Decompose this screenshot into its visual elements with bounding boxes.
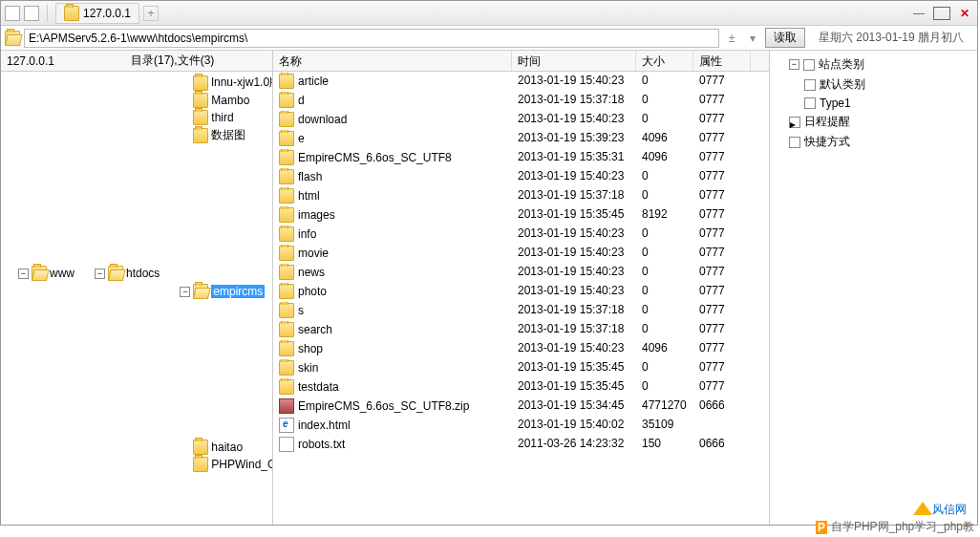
- file-attr: 0777: [693, 149, 751, 166]
- tree-body[interactable]: −www−htdocslnnu-xjw1.0版本Mambothird数据图−em…: [1, 72, 272, 525]
- file-attr: 0777: [693, 111, 751, 128]
- tree-item[interactable]: −empircms: [180, 284, 265, 299]
- list-row[interactable]: html2013-01-19 15:37:1800777: [273, 186, 769, 205]
- list-row[interactable]: d2013-01-19 15:37:1800777: [273, 91, 769, 110]
- list-row[interactable]: photo2013-01-19 15:40:2300777: [273, 282, 769, 301]
- read-button[interactable]: 读取: [765, 28, 805, 48]
- file-name: download: [298, 113, 347, 126]
- tree-label: empircms: [211, 285, 265, 298]
- app-icon: [5, 6, 20, 21]
- sidebar-default-cat[interactable]: 默认类别: [804, 76, 865, 93]
- file-size: 0: [636, 73, 693, 90]
- folder-icon: [193, 128, 208, 143]
- tree-item[interactable]: third: [180, 110, 233, 125]
- list-row[interactable]: flash2013-01-19 15:40:2300777: [273, 167, 769, 186]
- toolbar-icon-2[interactable]: [24, 6, 39, 21]
- col-size[interactable]: 大小: [636, 51, 693, 71]
- col-attr[interactable]: 属性: [693, 51, 751, 71]
- file-size: 0: [636, 92, 693, 109]
- minimize-button[interactable]: [910, 7, 927, 20]
- expand-icon[interactable]: −: [95, 268, 105, 279]
- list-row[interactable]: e2013-01-19 15:39:2340960777: [273, 129, 769, 148]
- file-time: 2013-01-19 15:40:02: [512, 417, 636, 434]
- file-attr: 0777: [693, 359, 751, 376]
- list-row[interactable]: EmpireCMS_6.6os_SC_UTF8.zip2013-01-19 15…: [273, 397, 769, 416]
- file-time: 2013-01-19 15:37:18: [512, 187, 636, 204]
- list-row[interactable]: s2013-01-19 15:37:1800777: [273, 301, 769, 320]
- folder-icon: [279, 322, 294, 337]
- list-row[interactable]: info2013-01-19 15:40:2300777: [273, 225, 769, 244]
- file-attr: 0666: [693, 436, 751, 453]
- file-icon: [279, 398, 294, 414]
- folder-icon: [279, 341, 294, 356]
- list-row[interactable]: testdata2013-01-19 15:35:4500777: [273, 377, 769, 397]
- list-row[interactable]: news2013-01-19 15:40:2300777: [273, 263, 769, 282]
- footer-text: 自学PHP网_php学习_php教: [831, 519, 974, 535]
- tree-item[interactable]: lnnu-xjw1.0版本: [180, 75, 272, 91]
- list-row[interactable]: download2013-01-19 15:40:2300777: [273, 110, 769, 129]
- list-row[interactable]: search2013-01-19 15:37:1800777: [273, 320, 769, 339]
- file-name: robots.txt: [298, 438, 345, 451]
- folder-icon: [32, 266, 47, 281]
- tree-item[interactable]: PHPWind_GBK_4.3.2: [180, 457, 272, 472]
- file-size: 0: [636, 264, 693, 281]
- file-time: 2013-01-19 15:34:45: [512, 397, 636, 415]
- maximize-button[interactable]: [933, 7, 950, 20]
- expand-icon[interactable]: −: [18, 268, 29, 279]
- file-name: search: [298, 323, 332, 336]
- list-row[interactable]: article2013-01-19 15:40:2300777: [273, 72, 769, 91]
- tree-item[interactable]: haitao: [180, 440, 243, 455]
- tab-add-button[interactable]: +: [143, 6, 159, 21]
- file-size: 0: [636, 378, 693, 396]
- file-size: 35109: [636, 417, 693, 434]
- file-size: 4771270: [636, 397, 693, 415]
- sidebar-site-cat[interactable]: −站点类别: [789, 56, 864, 73]
- tree-header: 127.0.0.1 目录(17),文件(3): [1, 51, 272, 72]
- file-name: d: [298, 94, 305, 107]
- file-attr: 0777: [693, 321, 751, 338]
- file-time: 2013-01-19 15:35:45: [512, 206, 636, 224]
- tree-item[interactable]: Mambo: [180, 93, 249, 108]
- file-name: skin: [298, 361, 318, 375]
- folder-icon: [279, 265, 294, 280]
- file-attr: 0777: [693, 168, 751, 185]
- list-row[interactable]: movie2013-01-19 15:40:2300777: [273, 244, 769, 263]
- watermark-logo: 风信网: [913, 500, 967, 518]
- file-attr: [693, 417, 751, 434]
- sidebar-shortcut[interactable]: 快捷方式: [789, 134, 850, 150]
- tab-active[interactable]: 127.0.0.1: [55, 3, 139, 24]
- path-menu-2[interactable]: ▾: [744, 32, 761, 45]
- list-row[interactable]: images2013-01-19 15:35:4581920777: [273, 205, 769, 225]
- body: 127.0.0.1 目录(17),文件(3) −www−htdocslnnu-x…: [1, 51, 977, 525]
- path-input[interactable]: [24, 29, 719, 48]
- list-row[interactable]: robots.txt2011-03-26 14:23:321500666: [273, 435, 769, 454]
- file-size: 0: [636, 226, 693, 243]
- tree-item[interactable]: −www: [18, 266, 75, 281]
- window-controls: ✕: [910, 7, 973, 20]
- file-icon: [279, 437, 294, 452]
- close-button[interactable]: ✕: [956, 7, 973, 20]
- list-row[interactable]: shop2013-01-19 15:40:2340960777: [273, 339, 769, 358]
- col-name[interactable]: 名称: [273, 51, 512, 71]
- expand-icon[interactable]: −: [180, 287, 190, 297]
- list-row[interactable]: skin2013-01-19 15:35:4500777: [273, 358, 769, 377]
- file-size: 0: [636, 168, 693, 185]
- folder-icon: [279, 74, 294, 89]
- file-time: 2013-01-19 15:40:23: [512, 245, 636, 262]
- file-attr: 0777: [693, 302, 751, 319]
- col-time[interactable]: 时间: [512, 51, 636, 71]
- folder-icon: [279, 131, 294, 146]
- sidebar-schedule[interactable]: ▸日程提醒: [789, 114, 850, 130]
- file-attr: 0777: [693, 264, 751, 281]
- file-attr: 0777: [693, 130, 751, 147]
- file-size: 0: [636, 359, 693, 376]
- list-body[interactable]: article2013-01-19 15:40:2300777d2013-01-…: [273, 72, 769, 525]
- list-row[interactable]: EmpireCMS_6.6os_SC_UTF82013-01-19 15:35:…: [273, 148, 769, 167]
- path-menu-1[interactable]: ±: [723, 32, 740, 45]
- sidebar-type1[interactable]: Type1: [804, 97, 851, 110]
- side-pane: −站点类别 默认类别 Type1 ▸日程提醒 快捷方式: [770, 51, 977, 525]
- list-row[interactable]: index.html2013-01-19 15:40:0235109: [273, 416, 769, 435]
- tree-item[interactable]: −htdocs: [95, 266, 160, 281]
- tree-item[interactable]: 数据图: [180, 127, 245, 143]
- folder-icon: [279, 284, 294, 299]
